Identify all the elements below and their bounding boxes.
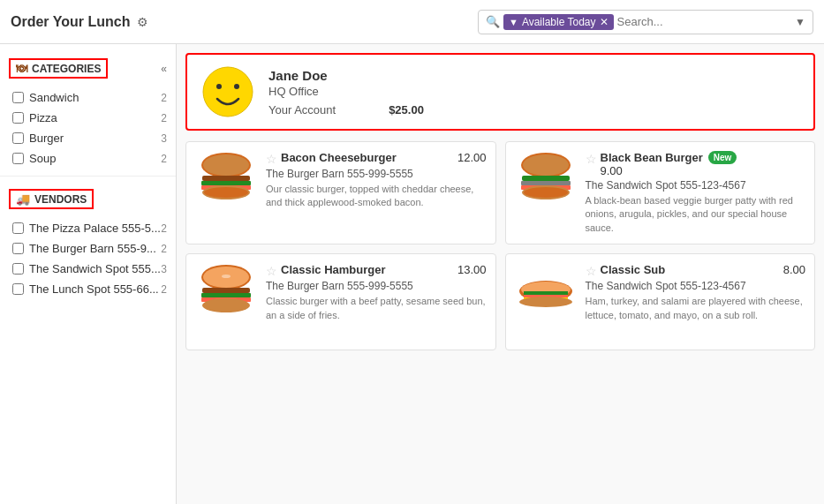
svg-rect-13: [521, 181, 571, 185]
favorite-star-bacon-cheeseburger[interactable]: ☆: [266, 152, 277, 166]
item-price-black-bean-burger: 9.00: [601, 164, 806, 177]
item-name-bacon-cheeseburger: Bacon Cheeseburger: [281, 151, 397, 164]
item-title-row-black-bean: ☆ Black Bean Burger New 9.00: [586, 151, 806, 177]
svg-point-4: [203, 154, 249, 176]
category-soup-count: 2: [161, 153, 167, 165]
item-price-classic-sub: 8.00: [783, 263, 805, 276]
svg-point-0: [203, 67, 253, 117]
vendor-lunch-spot-label: The Lunch Spot 555-66...: [29, 282, 161, 296]
svg-point-2: [234, 84, 239, 89]
sidebar: 🍽 CATEGORIES « Sandwich 2 Pizza 2 Burger…: [0, 44, 177, 504]
filter-close-icon[interactable]: ✕: [600, 16, 609, 28]
category-pizza[interactable]: Pizza 2: [0, 108, 176, 128]
category-burger-label: Burger: [29, 132, 161, 145]
item-vendor-black-bean-burger: The Sandwich Spot 555-123-4567: [586, 179, 806, 192]
item-card-classic-hamburger: ☆ Classic Hamburger 13.00 The Burger Bar…: [185, 253, 496, 350]
item-card-bacon-cheeseburger: ☆ Bacon Cheeseburger 12.00 The Burger Ba…: [185, 141, 496, 244]
svg-point-29: [519, 297, 572, 307]
filter-tag[interactable]: ▼ Available Today ✕: [503, 14, 614, 30]
account-name: Jane Doe: [268, 68, 424, 83]
main-layout: 🍽 CATEGORIES « Sandwich 2 Pizza 2 Burger…: [0, 44, 824, 504]
category-pizza-label: Pizza: [29, 111, 161, 124]
category-pizza-checkbox[interactable]: [12, 112, 24, 124]
item-vendor-classic-hamburger: The Burger Barn 555-999-5555: [266, 280, 487, 292]
search-bar: 🔍 ▼ Available Today ✕ ▼: [478, 10, 813, 34]
item-vendor-classic-sub: The Sandwich Spot 555-123-4567: [586, 280, 806, 292]
vendors-title: 🚚 VENDORS: [9, 189, 94, 209]
vendor-burger-barn-checkbox[interactable]: [12, 243, 24, 254]
content-area: Jane Doe HQ Office Your Account $25.00: [177, 44, 824, 504]
favorite-star-black-bean-burger[interactable]: ☆: [586, 152, 597, 166]
vendor-pizza-palace-checkbox[interactable]: [12, 222, 24, 234]
svg-point-11: [523, 154, 569, 176]
svg-point-16: [524, 187, 568, 198]
svg-rect-26: [524, 291, 568, 295]
vendors-section-header: 🚚 VENDORS: [0, 184, 176, 214]
favorite-star-classic-hamburger[interactable]: ☆: [266, 264, 277, 278]
vendors-icon: 🚚: [16, 192, 30, 206]
item-price-bacon-cheeseburger: 12.00: [457, 151, 487, 164]
filter-icon: ▼: [509, 17, 518, 27]
account-balance-label: Your Account: [268, 103, 336, 117]
favorite-star-classic-sub[interactable]: ☆: [586, 264, 597, 278]
item-name-classic-sub: Classic Sub: [601, 263, 666, 276]
item-description-classic-sub: Ham, turkey, and salami are playered wit…: [586, 295, 806, 322]
svg-rect-20: [202, 288, 250, 293]
item-price-classic-hamburger: 13.00: [457, 263, 487, 276]
gear-icon[interactable]: ⚙: [137, 15, 148, 29]
categories-list: Sandwich 2 Pizza 2 Burger 3 Soup 2: [0, 87, 176, 169]
item-vendor-bacon-cheeseburger: The Burger Barn 555-999-5555: [266, 168, 487, 180]
category-soup-label: Soup: [29, 152, 161, 165]
category-burger-count: 3: [161, 132, 167, 145]
account-balance-row: Your Account $25.00: [268, 103, 424, 117]
vendor-burger-barn-count: 2: [161, 243, 167, 255]
new-badge-black-bean-burger: New: [708, 151, 737, 164]
vendor-lunch-spot-checkbox[interactable]: [12, 283, 24, 295]
category-sandwich-count: 2: [161, 92, 167, 104]
app-title: Order Your Lunch: [11, 14, 130, 30]
category-sandwich-checkbox[interactable]: [12, 92, 24, 103]
search-icon: 🔍: [486, 15, 500, 28]
vendor-sandwich-spot-checkbox[interactable]: [12, 263, 24, 275]
collapse-icon[interactable]: «: [161, 63, 167, 75]
vendor-pizza-palace-count: 2: [161, 222, 167, 235]
search-input[interactable]: [617, 15, 792, 28]
item-image-classic-sub: [515, 263, 577, 320]
item-description-classic-hamburger: Classic burger with a beef patty, sesame…: [266, 295, 487, 322]
category-burger[interactable]: Burger 3: [0, 128, 176, 148]
vendor-sandwich-spot-count: 3: [161, 263, 167, 275]
svg-rect-6: [201, 181, 251, 185]
category-sandwich[interactable]: Sandwich 2: [0, 87, 176, 108]
svg-rect-5: [202, 176, 250, 181]
category-burger-checkbox[interactable]: [12, 132, 24, 144]
vendor-burger-barn-label: The Burger Barn 555-9...: [29, 242, 161, 255]
search-dropdown-arrow[interactable]: ▼: [795, 16, 805, 28]
item-name-classic-hamburger: Classic Hamburger: [281, 263, 386, 276]
header: Order Your Lunch ⚙ 🔍 ▼ Available Today ✕…: [0, 0, 824, 44]
svg-rect-21: [201, 293, 251, 297]
svg-point-9: [204, 187, 248, 198]
svg-point-23: [202, 298, 250, 312]
vendor-lunch-spot-count: 2: [161, 283, 167, 296]
account-card: Jane Doe HQ Office Your Account $25.00: [185, 53, 815, 131]
svg-point-1: [216, 84, 222, 89]
item-description-black-bean-burger: A black-bean based veggie burger patty w…: [586, 194, 806, 235]
vendor-pizza-palace-label: The Pizza Palace 555-5...: [29, 222, 161, 235]
category-soup-checkbox[interactable]: [12, 153, 24, 164]
vendor-sandwich-spot-label: The Sandwich Spot 555...: [29, 262, 161, 275]
vendor-lunch-spot[interactable]: The Lunch Spot 555-66... 2: [0, 279, 176, 299]
vendor-sandwich-spot[interactable]: The Sandwich Spot 555... 3: [0, 259, 176, 279]
item-image-classic-hamburger: [195, 263, 257, 320]
category-soup[interactable]: Soup 2: [0, 148, 176, 169]
items-grid: ☆ Bacon Cheeseburger 12.00 The Burger Ba…: [185, 141, 815, 350]
avatar: [201, 65, 254, 118]
categories-icon: 🍽: [16, 62, 27, 75]
vendor-pizza-palace[interactable]: The Pizza Palace 555-5... 2: [0, 218, 176, 238]
account-balance-value: $25.00: [389, 103, 424, 117]
item-card-black-bean-burger: ☆ Black Bean Burger New 9.00 The Sandwic…: [505, 141, 816, 244]
item-details-black-bean-burger: ☆ Black Bean Burger New 9.00 The Sandwic…: [586, 151, 806, 235]
category-sandwich-label: Sandwich: [29, 91, 161, 104]
account-info: Jane Doe HQ Office Your Account $25.00: [268, 68, 424, 117]
item-card-classic-sub: ☆ Classic Sub 8.00 The Sandwich Spot 555…: [505, 253, 816, 350]
vendor-burger-barn[interactable]: The Burger Barn 555-9... 2: [0, 238, 176, 259]
